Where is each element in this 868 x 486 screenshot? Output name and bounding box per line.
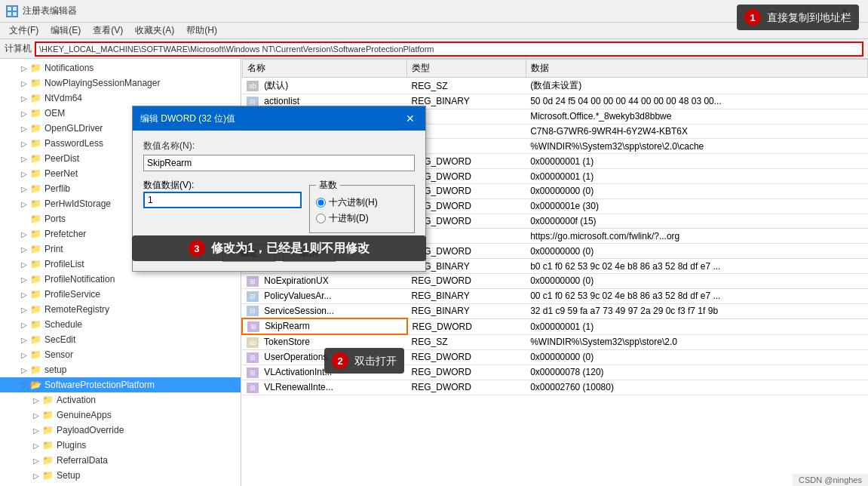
callout-1: 1 直接复制到地址栏 bbox=[737, 5, 859, 30]
callout-3-text: 修改为1，已经是1则不用修改 bbox=[211, 241, 370, 254]
name-input[interactable] bbox=[143, 155, 415, 171]
base-group: 基数 十六进制(H) 十进制(D) bbox=[309, 179, 415, 233]
hex-radio[interactable] bbox=[316, 198, 326, 208]
callout-badge-1: 1 bbox=[744, 9, 761, 26]
name-field: 数值名称(N): bbox=[143, 140, 415, 171]
callout-badge-3: 3 bbox=[189, 240, 205, 257]
callout-2-text: 双击打开 bbox=[354, 355, 397, 367]
dialog-row: 数值数据(V): 基数 十六进制(H) 十进制(D) bbox=[143, 179, 415, 233]
dialog-title-bar: 编辑 DWORD (32 位)值 ✕ bbox=[133, 106, 425, 131]
data-label: 数值数据(V): bbox=[143, 180, 194, 190]
callout-badge-2: 2 bbox=[332, 352, 348, 369]
value-data-col: 数值数据(V): bbox=[143, 179, 302, 233]
callout-3: 3 修改为1，已经是1则不用修改 bbox=[132, 235, 426, 261]
dialog-close-button[interactable]: ✕ bbox=[403, 111, 418, 126]
dec-option: 十进制(D) bbox=[316, 212, 408, 225]
dialog-overlay: 编辑 DWORD (32 位)值 ✕ 数值名称(N): 数值数据(V): 基数 bbox=[0, 0, 868, 486]
value-data-input[interactable] bbox=[143, 192, 302, 208]
base-legend: 基数 bbox=[316, 179, 340, 192]
dec-label: 十进制(D) bbox=[329, 212, 369, 225]
base-col: 基数 十六进制(H) 十进制(D) bbox=[309, 179, 415, 233]
hex-option: 十六进制(H) bbox=[316, 196, 408, 209]
name-label: 数值名称(N): bbox=[143, 140, 415, 152]
dialog-title-text: 编辑 DWORD (32 位)值 bbox=[140, 112, 235, 125]
hex-label: 十六进制(H) bbox=[329, 196, 378, 209]
dec-radio[interactable] bbox=[316, 214, 326, 223]
callout-1-text: 直接复制到地址栏 bbox=[767, 11, 851, 23]
callout-2: 2 双击打开 bbox=[324, 348, 404, 374]
